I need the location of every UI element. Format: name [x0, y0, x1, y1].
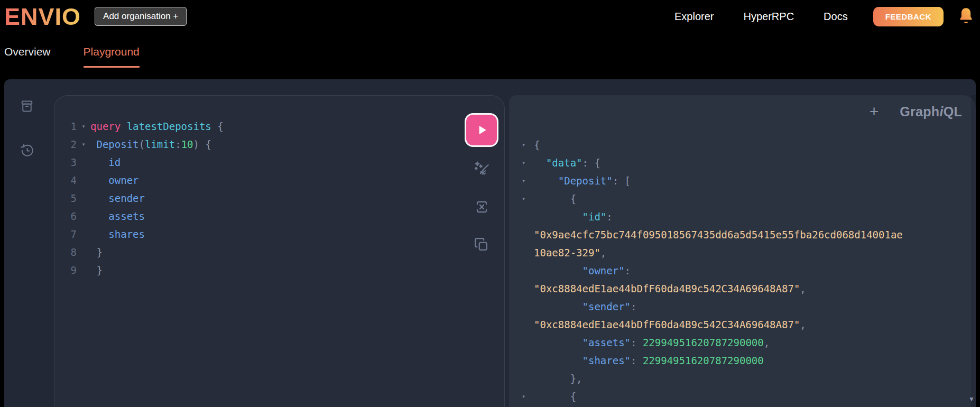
response-json-line: ▾ "data": {: [509, 154, 970, 172]
token-punc: ,: [764, 337, 770, 348]
fold-arrow-icon[interactable]: ▾: [522, 154, 531, 172]
token-blue: "Deposit": [558, 175, 613, 187]
token-blue: assets: [108, 210, 145, 222]
token-str: "0x9ae4cfc75bc744f095018567435dd6a5d5415…: [534, 229, 903, 240]
fold-gutter-spacer: [77, 189, 90, 207]
token-punc: [534, 337, 583, 348]
graphiql-logo-ql: QL: [944, 104, 962, 119]
token-blue: "owner": [583, 265, 625, 276]
copy-icon[interactable]: [473, 236, 491, 254]
docs-explorer-icon[interactable]: [18, 97, 36, 115]
fold-gutter-spacer: [522, 280, 531, 298]
line-number: 2: [54, 135, 77, 153]
history-icon[interactable]: [18, 142, 36, 160]
page-tabs: Overview Playground: [0, 33, 980, 79]
token-punc: :: [631, 301, 636, 312]
line-number: 6: [54, 207, 77, 225]
token-str: "0xc8884edE1ae44bDfF60da4B9c542C34A69648…: [534, 319, 800, 330]
token-punc: {: [534, 193, 576, 205]
nav-link-hyperrpc[interactable]: HyperRPC: [744, 11, 794, 23]
token-pink: query: [90, 121, 121, 132]
code-text: {: [534, 190, 576, 208]
response-panel: + GraphiQL ▾{▾ "data": {▾ "Deposit": [▾ …: [509, 95, 976, 407]
token-punc: [90, 228, 108, 240]
response-json-line: "shares": 22994951620787290000: [509, 352, 970, 369]
tab-playground[interactable]: Playground: [84, 45, 140, 68]
fold-arrow-icon[interactable]: ▾: [522, 190, 531, 208]
token-cyan: latestDeposits: [127, 121, 211, 132]
query-editor-code[interactable]: 1▾query latestDeposits {2▾ Deposit(limit…: [54, 117, 451, 279]
fold-gutter-spacer: [522, 316, 531, 334]
code-text: {: [534, 136, 540, 154]
token-punc: [534, 211, 583, 223]
notification-bell-icon[interactable]: [957, 7, 975, 26]
response-json-viewer: ▾{▾ "data": {▾ "Deposit": [▾ { "id":"0x9…: [509, 136, 970, 405]
code-text: }: [90, 261, 103, 279]
fold-gutter-spacer: [77, 153, 90, 171]
token-punc: :: [606, 211, 612, 223]
token-punc: {: [211, 121, 224, 132]
token-punc: [534, 157, 546, 169]
fold-arrow-icon[interactable]: ▾: [522, 387, 531, 405]
fold-gutter-spacer: [522, 369, 531, 387]
query-code-line: 2▾ Deposit(limit:10) {: [54, 135, 451, 153]
fold-arrow-icon[interactable]: ▾: [77, 135, 90, 153]
nav-link-explorer[interactable]: Explorer: [674, 11, 714, 23]
top-nav-links: Explorer HyperRPC Docs: [674, 11, 848, 23]
token-punc: }: [90, 264, 103, 276]
token-punc: : [: [613, 175, 631, 187]
response-json-line: ▾ "Deposit": [: [509, 172, 970, 190]
line-number: 5: [54, 189, 77, 207]
merge-icon[interactable]: [473, 198, 491, 216]
line-number: 8: [54, 243, 77, 261]
response-json-line: "0xc8884edE1ae44bDfF60da4B9c542C34A69648…: [509, 316, 970, 334]
graphiql-logo: GraphiQL: [900, 104, 962, 119]
fold-gutter-spacer: [77, 171, 90, 189]
token-punc: ,: [800, 319, 806, 330]
playground-sidebar: [4, 79, 50, 407]
response-json-line: },: [509, 369, 970, 387]
nav-link-docs[interactable]: Docs: [824, 11, 848, 23]
add-organisation-button[interactable]: Add organisation +: [95, 7, 187, 26]
prettify-icon[interactable]: [473, 160, 491, 178]
query-editor-panel[interactable]: 1▾query latestDeposits {2▾ Deposit(limit…: [54, 95, 505, 407]
token-blue: shares: [108, 228, 145, 240]
code-text: "shares": 22994951620787290000: [534, 352, 764, 369]
code-text: "Deposit": [: [534, 172, 631, 190]
scroll-down-arrow-icon[interactable]: ▼: [968, 395, 975, 403]
envio-logo: ENVIO: [4, 5, 81, 29]
token-punc: }: [90, 246, 103, 258]
fold-gutter-spacer: [522, 298, 531, 316]
fold-gutter-spacer: [522, 226, 531, 244]
tab-overview[interactable]: Overview: [4, 45, 51, 58]
code-text: owner: [90, 171, 139, 189]
code-text: {: [534, 387, 576, 405]
fold-gutter-spacer: [522, 334, 531, 352]
fold-gutter-spacer: [77, 261, 90, 279]
fold-arrow-icon[interactable]: ▾: [522, 172, 531, 190]
token-green: 22994951620787290000: [643, 355, 764, 366]
response-json-line: "sender":: [509, 298, 970, 316]
code-text: "0xc8884edE1ae44bDfF60da4B9c542C34A69648…: [534, 316, 806, 334]
query-code-line: 9 }: [54, 261, 451, 279]
token-blue: Deposit: [96, 138, 138, 150]
token-punc: :: [625, 265, 631, 276]
code-text: "data": {: [534, 154, 600, 172]
code-text: Deposit(limit:10) {: [90, 135, 211, 153]
fold-arrow-icon[interactable]: ▾: [522, 136, 531, 154]
add-tab-button[interactable]: +: [870, 104, 879, 119]
execute-query-button[interactable]: [465, 113, 498, 147]
feedback-button[interactable]: FEEDBACK: [873, 7, 944, 26]
code-text: "id":: [534, 208, 613, 226]
query-code-line: 6 assets: [54, 207, 451, 225]
code-text: },: [534, 369, 583, 387]
response-json-line: ▾ {: [509, 190, 970, 208]
query-code-line: 3 id: [54, 153, 451, 171]
line-number: 7: [54, 225, 77, 243]
fold-arrow-icon[interactable]: ▾: [77, 117, 90, 135]
response-scrollbar[interactable]: [971, 95, 976, 407]
line-number: 4: [54, 171, 77, 189]
token-blue: "assets": [583, 337, 631, 348]
token-punc: ,: [800, 283, 806, 294]
token-punc: {: [534, 139, 540, 151]
